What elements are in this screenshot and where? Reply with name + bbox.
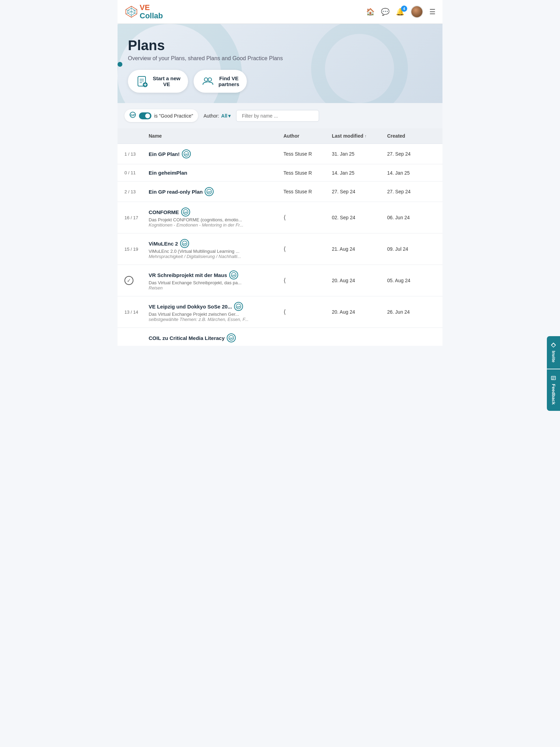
row-created: 26. Jun 24 xyxy=(387,309,436,315)
gp-badge: GP xyxy=(181,208,190,216)
row-count: 1 / 13 xyxy=(124,151,149,157)
row-desc: ViMuLEnc 2.0 (Virtual Multilingual Learn… xyxy=(149,249,283,254)
row-desc: Das Virtual Exchange Projekt zwischen Ge… xyxy=(149,312,283,317)
row-count: 13 / 14 xyxy=(124,310,149,315)
row-count: ✓ xyxy=(124,276,149,285)
header: VE Collab 🏠 💬 🔔 4 ☰ xyxy=(118,0,442,24)
row-name: VR Schreibprojekt mit der Maus GP xyxy=(149,270,283,279)
row-last-modified: 21. Aug 24 xyxy=(332,246,387,252)
gp-badge: GP xyxy=(205,187,214,196)
row-last-modified: 20. Aug 24 xyxy=(332,278,387,283)
menu-button[interactable]: ☰ xyxy=(429,8,436,16)
svg-point-12 xyxy=(204,78,208,81)
th-last-modified[interactable]: Last modified ↑ xyxy=(332,133,387,139)
svg-text:GP: GP xyxy=(184,211,187,214)
logo[interactable]: VE Collab xyxy=(124,3,163,20)
row-name-block: Ein GP Plan! GP xyxy=(149,149,283,158)
find-partners-label: Find VEpartners xyxy=(218,75,239,87)
row-created: 06. Jun 24 xyxy=(387,215,436,220)
start-ve-icon xyxy=(136,75,149,88)
table-row[interactable]: 0 / 11 Ein geheimPlan Tess Stuse R 14. J… xyxy=(118,164,442,182)
page-subtitle: Overview of your Plans, shared Plans and… xyxy=(128,55,432,62)
row-name-block: VR Schreibprojekt mit der Maus GP Das Vi… xyxy=(149,270,283,290)
notifications-button[interactable]: 🔔 4 xyxy=(396,8,404,16)
row-name: Ein GP Plan! GP xyxy=(149,149,283,158)
row-share-icon[interactable]: ⟨ xyxy=(283,308,332,316)
row-name: CONFORME GP xyxy=(149,208,283,216)
page-title: Plans xyxy=(128,38,432,53)
row-name-block: VE Leipzig und Dokkyo SoSe 20... GP Das … xyxy=(149,302,283,322)
th-empty xyxy=(124,133,149,139)
th-name: Name xyxy=(149,133,283,139)
start-ve-label: Start a newVE xyxy=(153,75,180,87)
row-name: ViMuLEnc 2 GP xyxy=(149,239,283,248)
home-button[interactable]: 🏠 xyxy=(366,8,375,16)
row-name-block: COIL zu Critical Media Literacy GP xyxy=(149,333,283,342)
table-row[interactable]: 1 / 13 Ein GP Plan! GP Tess Stuse R 31. … xyxy=(118,144,442,164)
logo-icon xyxy=(124,5,138,19)
row-last-modified: 14. Jan 25 xyxy=(332,170,387,176)
row-desc-italic: selbstgewählte Themen: z.B. Märchen, Ess… xyxy=(149,317,283,322)
gp-badge: GP xyxy=(180,239,189,248)
table-row[interactable]: COIL zu Critical Media Literacy GP xyxy=(118,328,442,346)
row-share-icon[interactable]: ⟨ xyxy=(283,245,332,253)
row-created: 27. Sep 24 xyxy=(387,151,436,157)
author-dropdown-icon: ▾ xyxy=(228,113,231,119)
gp-badge: GP xyxy=(234,302,243,311)
row-created: 27. Sep 24 xyxy=(387,189,436,194)
table-row[interactable]: 16 / 17 CONFORME GP Das Projekt CONFORME… xyxy=(118,202,442,233)
table-row[interactable]: 13 / 14 VE Leipzig und Dokkyo SoSe 20...… xyxy=(118,296,442,328)
svg-text:GP: GP xyxy=(183,243,186,245)
row-author: Tess Stuse R xyxy=(283,170,332,176)
gp-badge: GP xyxy=(229,270,238,279)
row-desc: Das Projekt CONFORME (cognitions, émotio… xyxy=(149,217,283,222)
row-created: 09. Jul 24 xyxy=(387,246,436,252)
plans-table: Name Author Last modified ↑ Created 1 / … xyxy=(118,128,442,346)
find-partners-button[interactable]: Find VEpartners xyxy=(194,70,247,93)
name-filter-input[interactable] xyxy=(236,110,319,122)
logo-ve-text: VE xyxy=(140,3,150,12)
row-last-modified: 31. Jan 25 xyxy=(332,151,387,157)
notification-badge: 4 xyxy=(401,6,407,12)
avatar[interactable] xyxy=(411,6,423,18)
svg-text:GP: GP xyxy=(232,274,235,277)
table-row[interactable]: 2 / 13 Ein GP read-only Plan GP Tess Stu… xyxy=(118,182,442,202)
avatar-image xyxy=(411,6,422,17)
table-row[interactable]: ✓ VR Schreibprojekt mit der Maus GP Das … xyxy=(118,265,442,296)
row-desc-italic: Mehrsprachigkeit / Digitalisierung / Nac… xyxy=(149,254,283,259)
sort-arrow-icon: ↑ xyxy=(365,134,367,138)
author-filter: Author: All ▾ xyxy=(204,113,231,119)
row-last-modified: 20. Aug 24 xyxy=(332,309,387,315)
logo-collab-text: Collab xyxy=(140,11,163,20)
row-desc-italic: Reisen xyxy=(149,285,283,290)
row-desc-italic: Kognitionen - Emotionen - Mentoring in d… xyxy=(149,222,283,228)
author-select[interactable]: All ▾ xyxy=(221,113,231,119)
good-practice-label: is "Good Practice" xyxy=(154,113,193,119)
th-created: Created xyxy=(387,133,436,139)
gp-filter-icon: GP xyxy=(129,111,136,120)
row-name: Ein geheimPlan xyxy=(149,170,283,176)
hero-dot-1 xyxy=(118,62,122,67)
table-row[interactable]: 15 / 19 ViMuLEnc 2 GP ViMuLEnc 2.0 (Virt… xyxy=(118,233,442,265)
filters-bar: GP is "Good Practice" Author: All ▾ xyxy=(118,103,442,128)
row-created: 14. Jan 25 xyxy=(387,170,436,176)
row-name-block: Ein geheimPlan xyxy=(149,170,283,176)
row-share-icon[interactable]: ⟨ xyxy=(283,277,332,284)
gp-badge: GP xyxy=(182,149,191,158)
check-icon: ✓ xyxy=(124,276,133,285)
row-author: Tess Stuse R xyxy=(283,151,332,157)
row-count: 2 / 13 xyxy=(124,189,149,194)
row-share-icon[interactable]: ⟨ xyxy=(283,214,332,221)
row-created: 05. Aug 24 xyxy=(387,278,436,283)
row-name-block: ViMuLEnc 2 GP ViMuLEnc 2.0 (Virtual Mult… xyxy=(149,239,283,259)
chat-button[interactable]: 💬 xyxy=(381,8,390,16)
author-label: Author: xyxy=(204,113,219,119)
svg-text:GP: GP xyxy=(185,153,188,156)
gp-badge: GP xyxy=(227,333,236,342)
good-practice-filter[interactable]: GP is "Good Practice" xyxy=(124,109,198,122)
header-actions: 🏠 💬 🔔 4 ☰ xyxy=(366,6,436,18)
row-name: VE Leipzig und Dokkyo SoSe 20... GP xyxy=(149,302,283,311)
good-practice-toggle[interactable] xyxy=(139,112,151,119)
row-name-block: Ein GP read-only Plan GP xyxy=(149,187,283,196)
start-ve-button[interactable]: Start a newVE xyxy=(128,70,188,93)
